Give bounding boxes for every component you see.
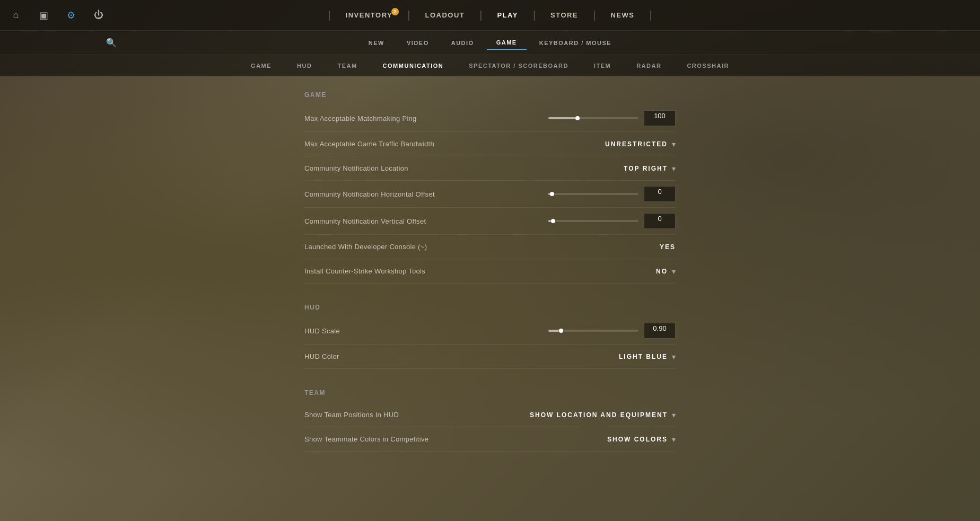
setting-hud-scale: HUD Scale 0.90 bbox=[304, 317, 676, 345]
tab-keyboard-mouse[interactable]: KEYBOARD / MOUSE bbox=[530, 37, 621, 49]
tab-game[interactable]: GAME bbox=[487, 36, 527, 50]
notification-h-offset-control: 0 bbox=[548, 186, 676, 202]
nav-inventory[interactable]: INVENTORY 2 bbox=[331, 7, 408, 23]
max-ping-slider-thumb[interactable] bbox=[575, 116, 580, 120]
nav-divider-6: | bbox=[649, 9, 652, 21]
workshop-tools-arrow: ▾ bbox=[672, 267, 676, 276]
max-ping-input[interactable]: 100 bbox=[644, 110, 676, 126]
max-ping-slider-fill bbox=[548, 117, 575, 119]
notification-v-offset-control: 0 bbox=[548, 213, 676, 229]
hud-color-value: LIGHT BLUE bbox=[619, 353, 668, 360]
hud-section-label: Hud bbox=[304, 299, 676, 317]
max-bandwidth-arrow: ▾ bbox=[672, 140, 676, 148]
notification-location-dropdown[interactable]: TOP RIGHT ▾ bbox=[624, 164, 676, 173]
notification-v-offset-input[interactable]: 0 bbox=[644, 213, 676, 229]
workshop-tools-value: NO bbox=[656, 268, 668, 275]
tab-new[interactable]: NEW bbox=[359, 37, 394, 49]
show-team-positions-value: SHOW LOCATION AND EQUIPMENT bbox=[530, 411, 668, 419]
setting-max-bandwidth: Max Acceptable Game Traffic Bandwidth UN… bbox=[304, 132, 676, 156]
teammate-colors-dropdown[interactable]: SHOW COLORS ▾ bbox=[607, 435, 676, 444]
gear-icon[interactable]: ⚙ bbox=[64, 8, 78, 23]
hud-scale-slider-fill bbox=[548, 330, 559, 332]
notification-v-offset-label: Community Notification Vertical Offset bbox=[304, 217, 426, 225]
nav-store[interactable]: STORE bbox=[536, 7, 593, 23]
settings-tabs-row: 🔍 NEW VIDEO AUDIO GAME KEYBOARD / MOUSE bbox=[0, 31, 980, 55]
setting-developer-console: Launched With Developer Console (~) YES bbox=[304, 235, 676, 259]
developer-console-label: Launched With Developer Console (~) bbox=[304, 243, 427, 251]
setting-max-ping: Max Acceptable Matchmaking Ping 100 bbox=[304, 105, 676, 132]
spacer-2 bbox=[304, 369, 676, 385]
max-bandwidth-label: Max Acceptable Game Traffic Bandwidth bbox=[304, 140, 434, 148]
subtab-team[interactable]: TEAM bbox=[325, 59, 370, 72]
inventory-badge: 2 bbox=[391, 8, 399, 15]
setting-workshop-tools: Install Counter-Strike Workshop Tools NO… bbox=[304, 259, 676, 284]
notification-v-slider-track[interactable] bbox=[548, 220, 638, 222]
hud-color-dropdown[interactable]: LIGHT BLUE ▾ bbox=[619, 352, 676, 361]
subtab-game[interactable]: GAME bbox=[238, 59, 284, 72]
setting-notification-v-offset: Community Notification Vertical Offset 0 bbox=[304, 208, 676, 235]
hud-scale-slider-container[interactable] bbox=[548, 330, 638, 332]
subtab-crosshair[interactable]: CROSSHAIR bbox=[674, 59, 742, 72]
max-ping-slider-track[interactable] bbox=[548, 117, 638, 119]
subtab-spectator-scoreboard[interactable]: SPECTATOR / SCOREBOARD bbox=[456, 59, 581, 72]
hud-scale-label: HUD Scale bbox=[304, 327, 340, 335]
setting-teammate-colors: Show Teammate Colors in Competitive SHOW… bbox=[304, 427, 676, 452]
content-area: Game Max Acceptable Matchmaking Ping 100… bbox=[0, 76, 980, 521]
show-team-positions-arrow: ▾ bbox=[672, 411, 676, 419]
max-ping-label: Max Acceptable Matchmaking Ping bbox=[304, 114, 417, 122]
workshop-tools-label: Install Counter-Strike Workshop Tools bbox=[304, 267, 425, 275]
setting-show-team-positions: Show Team Positions In HUD SHOW LOCATION… bbox=[304, 403, 676, 427]
setting-hud-color: HUD Color LIGHT BLUE ▾ bbox=[304, 345, 676, 369]
power-icon[interactable]: ⏻ bbox=[91, 8, 106, 23]
hud-color-arrow: ▾ bbox=[672, 352, 676, 361]
topbar: ⌂ ▣ ⚙ ⏻ | INVENTORY 2 | LOADOUT | PLAY |… bbox=[0, 0, 980, 31]
notification-location-label: Community Notification Location bbox=[304, 164, 408, 172]
max-bandwidth-value: UNRESTRICTED bbox=[605, 140, 668, 148]
subtab-hud[interactable]: HUD bbox=[284, 59, 325, 72]
notification-h-offset-input[interactable]: 0 bbox=[644, 186, 676, 202]
notification-v-slider-thumb[interactable] bbox=[551, 219, 555, 223]
setting-notification-h-offset: Community Notification Horizontal Offset… bbox=[304, 181, 676, 208]
show-team-positions-dropdown[interactable]: SHOW LOCATION AND EQUIPMENT ▾ bbox=[530, 411, 676, 419]
monitor-icon[interactable]: ▣ bbox=[36, 8, 51, 23]
setting-notification-location: Community Notification Location TOP RIGH… bbox=[304, 156, 676, 181]
subtab-radar[interactable]: RADAR bbox=[624, 59, 674, 72]
notification-v-slider-container[interactable] bbox=[548, 220, 638, 222]
developer-console-value: YES bbox=[660, 243, 676, 251]
team-section-label: Team bbox=[304, 385, 676, 403]
max-ping-slider-container[interactable] bbox=[548, 117, 638, 119]
notification-location-arrow: ▾ bbox=[672, 164, 676, 173]
notification-h-offset-label: Community Notification Horizontal Offset bbox=[304, 190, 435, 198]
nav-play[interactable]: PLAY bbox=[482, 7, 532, 23]
hud-color-label: HUD Color bbox=[304, 352, 339, 360]
teammate-colors-label: Show Teammate Colors in Competitive bbox=[304, 435, 428, 443]
search-icon[interactable]: 🔍 bbox=[106, 38, 117, 48]
nav-news[interactable]: NEWS bbox=[596, 7, 649, 23]
game-subtabs-row: GAME HUD TEAM COMMUNICATION SPECTATOR / … bbox=[0, 55, 980, 76]
tab-audio[interactable]: AUDIO bbox=[442, 37, 484, 49]
max-ping-control: 100 bbox=[548, 110, 676, 126]
main-nav: | INVENTORY 2 | LOADOUT | PLAY | STORE |… bbox=[328, 7, 652, 23]
settings-panel: Game Max Acceptable Matchmaking Ping 100… bbox=[304, 76, 676, 521]
game-section-label: Game bbox=[304, 87, 676, 105]
show-team-positions-label: Show Team Positions In HUD bbox=[304, 411, 399, 419]
subtab-item[interactable]: ITEM bbox=[581, 59, 624, 72]
notification-location-value: TOP RIGHT bbox=[624, 165, 668, 172]
tab-video[interactable]: VIDEO bbox=[397, 37, 439, 49]
workshop-tools-dropdown[interactable]: NO ▾ bbox=[656, 267, 676, 276]
spacer-1 bbox=[304, 284, 676, 299]
home-icon[interactable]: ⌂ bbox=[8, 8, 23, 23]
hud-scale-slider-track[interactable] bbox=[548, 330, 638, 332]
max-bandwidth-dropdown[interactable]: UNRESTRICTED ▾ bbox=[605, 140, 676, 148]
hud-scale-input[interactable]: 0.90 bbox=[644, 323, 676, 339]
nav-loadout[interactable]: LOADOUT bbox=[410, 7, 479, 23]
notification-h-slider-thumb[interactable] bbox=[550, 192, 554, 196]
notification-h-slider-track[interactable] bbox=[548, 193, 638, 195]
topbar-icons: ⌂ ▣ ⚙ ⏻ bbox=[8, 8, 106, 23]
hud-scale-control: 0.90 bbox=[548, 323, 676, 339]
teammate-colors-value: SHOW COLORS bbox=[607, 436, 668, 443]
subtab-communication[interactable]: COMMUNICATION bbox=[370, 59, 457, 72]
hud-scale-slider-thumb[interactable] bbox=[559, 329, 563, 333]
teammate-colors-arrow: ▾ bbox=[672, 435, 676, 444]
notification-h-slider-container[interactable] bbox=[548, 193, 638, 195]
